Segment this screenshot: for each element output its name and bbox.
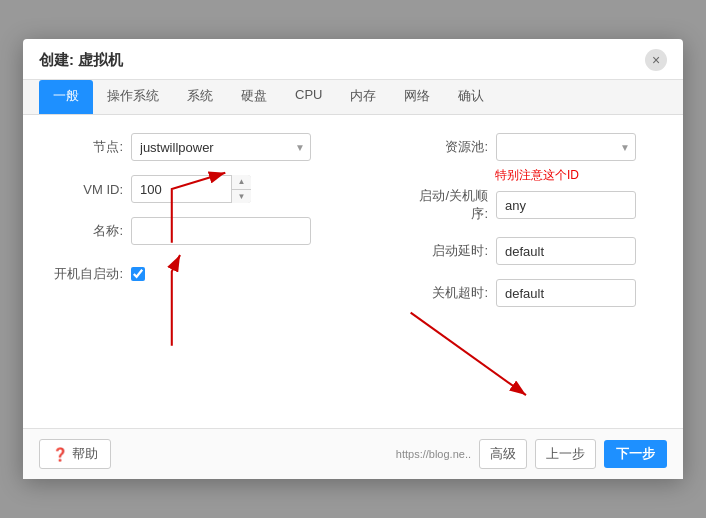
boot-delay-value: default	[496, 237, 636, 265]
vmid-spinner: ▲ ▼	[231, 175, 251, 203]
boot-delay-row: 启动延时: default	[403, 237, 663, 265]
dialog-footer: ❓ 帮助 https://blog.ne.. 高级 上一步 下一步	[23, 428, 683, 479]
tab-confirm[interactable]: 确认	[444, 80, 498, 114]
help-label: 帮助	[72, 445, 98, 463]
node-select-wrapper: justwillpower ▼	[131, 133, 311, 161]
node-label: 节点:	[43, 138, 123, 156]
vmid-increment-button[interactable]: ▲	[232, 175, 251, 190]
name-label: 名称:	[43, 222, 123, 240]
pool-select-wrapper: ▼	[496, 133, 636, 161]
advanced-button[interactable]: 高级	[479, 439, 527, 469]
next-button[interactable]: 下一步	[604, 440, 667, 468]
boot-order-row: 启动/关机顺序: any	[403, 187, 663, 223]
autostart-checkbox-wrapper	[131, 267, 145, 281]
vmid-wrapper: ▲ ▼	[131, 175, 251, 203]
prev-button[interactable]: 上一步	[535, 439, 596, 469]
footer-right: https://blog.ne.. 高级 上一步 下一步	[396, 439, 667, 469]
tab-general[interactable]: 一般	[39, 80, 93, 114]
right-section: 资源池: ▼ 特别注意这个ID 启动/关机顺序: any 启动延时:	[403, 133, 663, 321]
dialog-title: 创建: 虚拟机	[39, 51, 123, 78]
tab-cpu[interactable]: CPU	[281, 80, 336, 114]
name-input[interactable]	[131, 217, 311, 245]
boot-delay-label: 启动延时:	[403, 242, 488, 260]
autostart-checkbox[interactable]	[131, 267, 145, 281]
url-text: https://blog.ne..	[396, 448, 471, 460]
boot-order-label: 启动/关机顺序:	[403, 187, 488, 223]
tab-disk[interactable]: 硬盘	[227, 80, 281, 114]
autostart-label: 开机自启动:	[43, 265, 123, 283]
shutdown-value: default	[496, 279, 636, 307]
pool-label: 资源池:	[403, 138, 488, 156]
tab-system[interactable]: 系统	[173, 80, 227, 114]
help-icon: ❓	[52, 447, 68, 462]
close-button[interactable]: ×	[645, 49, 667, 71]
pool-row: 资源池: ▼	[403, 133, 663, 161]
shutdown-label: 关机超时:	[403, 284, 488, 302]
tab-os[interactable]: 操作系统	[93, 80, 173, 114]
pool-note: 特别注意这个ID	[495, 167, 579, 184]
boot-order-value: any	[496, 191, 636, 219]
dialog-header: 创建: 虚拟机 ×	[23, 39, 683, 80]
tab-bar: 一般 操作系统 系统 硬盘 CPU 内存 网络 确认	[23, 80, 683, 115]
node-select[interactable]: justwillpower	[131, 133, 311, 161]
vmid-label: VM ID:	[43, 182, 123, 197]
help-button[interactable]: ❓ 帮助	[39, 439, 111, 469]
tab-network[interactable]: 网络	[390, 80, 444, 114]
pool-select[interactable]	[496, 133, 636, 161]
shutdown-row: 关机超时: default	[403, 279, 663, 307]
create-vm-dialog: 创建: 虚拟机 × 一般 操作系统 系统 硬盘 CPU 内存 网络 确认 节点:…	[23, 39, 683, 479]
vmid-decrement-button[interactable]: ▼	[232, 190, 251, 204]
dialog-body: 节点: justwillpower ▼ VM ID: ▲ ▼	[23, 115, 683, 428]
tab-memory[interactable]: 内存	[336, 80, 390, 114]
